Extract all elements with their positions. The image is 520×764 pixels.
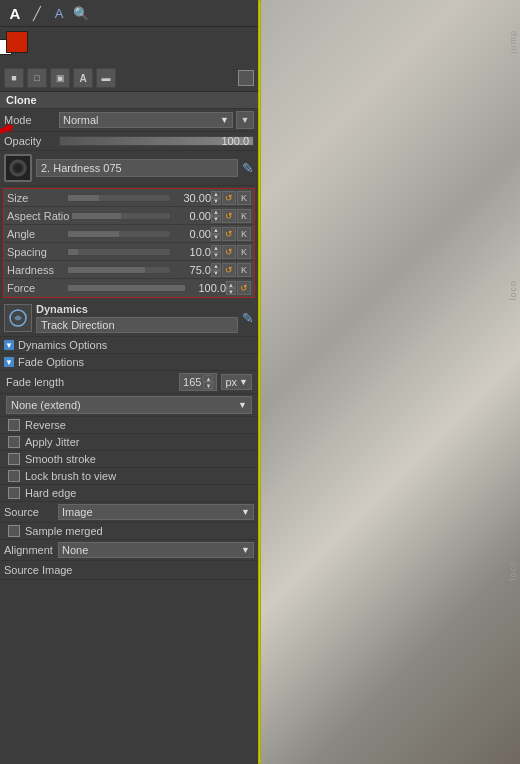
fade-unit-chevron-icon: ▼ [239,377,248,387]
param-section: Size 30.00 ▲ ▼ ↺ K Aspect Ratio 0.00 ▲ ▼… [3,188,255,298]
spacing-key-btn[interactable]: K [237,245,251,259]
mode-extra-btn[interactable]: ▼ [236,111,254,129]
apply-jitter-label: Apply Jitter [25,436,79,448]
canvas-area: jump loco loco [258,0,520,764]
angle-down-btn[interactable]: ▼ [211,234,221,241]
aspect-key-btn[interactable]: K [237,209,251,223]
mode-extra-icon: ▼ [241,115,250,125]
force-label: Force [7,282,65,294]
fade-length-value: 165 [183,376,201,388]
brush-edit-icon[interactable]: ✎ [242,160,254,176]
source-select[interactable]: Image ▼ [58,504,254,520]
repeat-row: None (extend) ▼ [0,394,258,417]
param-row-aspect: Aspect Ratio 0.00 ▲ ▼ ↺ K [4,207,254,225]
aspect-reset-btn[interactable]: ↺ [222,209,236,223]
brush-preview[interactable] [4,154,32,182]
force-down-btn[interactable]: ▼ [226,288,236,295]
param-row-spacing: Spacing 10.0 ▲ ▼ ↺ K [4,243,254,261]
foreground-color-swatch[interactable] [6,31,28,53]
opacity-slider[interactable]: 100.0 [59,136,254,146]
angle-label: Angle [7,228,65,240]
hard-edge-checkbox[interactable] [8,487,20,499]
sample-merged-checkbox[interactable] [8,525,20,537]
size-key-btn[interactable]: K [237,191,251,205]
size-slider[interactable] [67,194,171,202]
hardness-up-btn[interactable]: ▲ [211,263,221,270]
fade-up-btn[interactable]: ▲ [203,375,213,382]
opacity-row: Opacity ➡ 100.0 [0,132,258,151]
extra-mode-btn[interactable]: ▬ [96,68,116,88]
canvas-background [258,0,520,764]
checkbox-smooth-row: Smooth stroke [0,451,258,468]
spacing-label: Spacing [7,246,65,258]
brush-mode-btn[interactable]: ■ [4,68,24,88]
spacing-down-btn[interactable]: ▼ [211,252,221,259]
fade-length-input[interactable]: 165 ▲ ▼ [179,373,217,391]
erase-mode-btn[interactable]: □ [27,68,47,88]
zoom-tool-icon[interactable]: 🔍 [72,4,90,22]
fade-unit-select[interactable]: px ▼ [221,374,252,390]
hardness-reset-btn[interactable]: ↺ [222,263,236,277]
repeat-chevron-icon: ▼ [238,400,247,410]
brush-circle-icon [9,159,27,177]
path-tool-icon[interactable]: ╱ [28,4,46,22]
alignment-chevron-icon: ▼ [241,545,250,555]
apply-jitter-checkbox[interactable] [8,436,20,448]
smooth-stroke-checkbox[interactable] [8,453,20,465]
brush-name-display[interactable]: 2. Hardness 075 [36,159,238,177]
spacing-reset-btn[interactable]: ↺ [222,245,236,259]
dynamics-track-select[interactable]: Track Direction [36,317,238,333]
canvas-edge-line [258,0,261,764]
repeat-select[interactable]: None (extend) ▼ [6,396,252,414]
rect-mode-btn[interactable]: ▣ [50,68,70,88]
angle-spinners: ▲ ▼ [211,227,221,241]
force-up-btn[interactable]: ▲ [226,281,236,288]
fade-down-btn[interactable]: ▼ [203,382,213,389]
angle-up-btn[interactable]: ▲ [211,227,221,234]
vertical-label-3: loco [508,560,518,581]
mode-value: Normal [63,114,98,126]
dynamics-edit-icon[interactable]: ✎ [242,310,254,326]
dynamics-title: Dynamics [36,303,238,315]
source-value: Image [62,506,93,518]
text-select-tool-icon[interactable]: A [50,4,68,22]
dynamics-content: Dynamics Track Direction [36,303,238,333]
fade-length-spinners: ▲ ▼ [203,375,213,389]
checkbox-lock-row: Lock brush to view [0,468,258,485]
size-reset-btn[interactable]: ↺ [222,191,236,205]
angle-reset-btn[interactable]: ↺ [222,227,236,241]
vertical-label-2: loco [508,280,518,301]
aspect-slider[interactable] [71,212,171,220]
size-value: 30.00 [173,192,211,204]
aspect-up-btn[interactable]: ▲ [211,209,221,216]
angle-key-btn[interactable]: K [237,227,251,241]
spacing-slider[interactable] [67,248,171,256]
angle-slider[interactable] [67,230,171,238]
reverse-checkbox[interactable] [8,419,20,431]
text-mode-btn[interactable]: A [73,68,93,88]
force-reset-btn[interactable]: ↺ [237,281,251,295]
checkbox-jitter-row: Apply Jitter [0,434,258,451]
force-slider[interactable] [67,284,186,292]
fade-options-collapse-btn[interactable]: ▼ [4,357,14,367]
hardness-down-btn[interactable]: ▼ [211,270,221,277]
alignment-select[interactable]: None ▼ [58,542,254,558]
aspect-label: Aspect Ratio [7,210,69,222]
spacing-up-btn[interactable]: ▲ [211,245,221,252]
hardness-slider[interactable] [67,266,171,274]
text-tool-icon[interactable]: A [6,4,24,22]
second-toolbar: ■ □ ▣ A ▬ [0,65,258,92]
size-up-btn[interactable]: ▲ [211,191,221,198]
param-row-angle: Angle 0.00 ▲ ▼ ↺ K [4,225,254,243]
alignment-row: Alignment None ▼ [0,540,258,561]
size-down-btn[interactable]: ▼ [211,198,221,205]
dynamics-options-collapse-btn[interactable]: ▼ [4,340,14,350]
alignment-label: Alignment [4,544,54,556]
spacing-value: 10.0 [173,246,211,258]
lock-brush-checkbox[interactable] [8,470,20,482]
aspect-down-btn[interactable]: ▼ [211,216,221,223]
mode-select[interactable]: Normal ▼ [59,112,233,128]
mode-chevron-icon: ▼ [220,115,229,125]
angle-value: 0.00 [173,228,211,240]
hardness-key-btn[interactable]: K [237,263,251,277]
